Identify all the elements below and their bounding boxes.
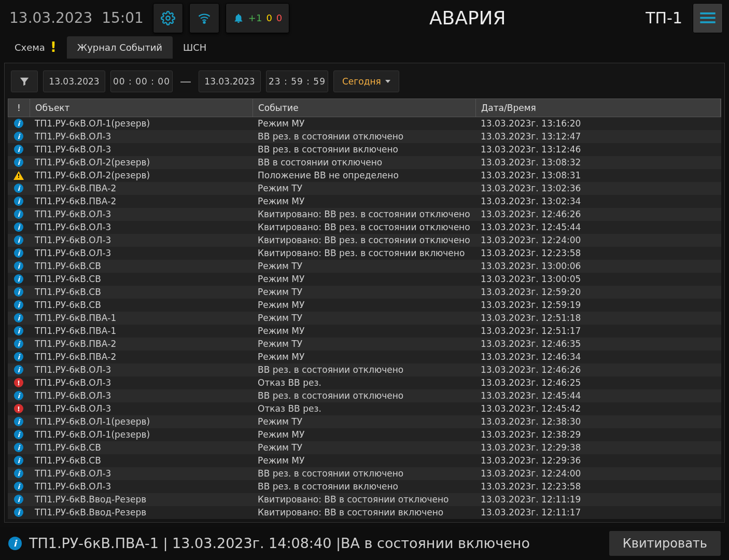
table-row[interactable]: ТП1.РУ-6кВ.ОЛ-3Квитировано: ВВ рез. в со… (8, 208, 721, 221)
wifi-button[interactable] (189, 3, 219, 33)
table-row[interactable]: ТП1.РУ-6кВ.ОЛ-2(резерв)Положение ВВ не о… (8, 169, 721, 182)
table-row[interactable]: ТП1.РУ-6кВ.ОЛ-3Отказ ВВ рез.13.03.2023г.… (8, 402, 721, 415)
table-row[interactable]: ТП1.РУ-6кВ.Ввод-РезервКвитировано: ВВ в … (8, 493, 721, 506)
tab-shsn[interactable]: ШСН (173, 36, 217, 59)
table-body[interactable]: ТП1.РУ-6кВ.ОЛ-1(резерв)Режим МУ13.03.202… (8, 117, 721, 519)
info-icon (14, 365, 23, 374)
table-row[interactable]: ТП1.РУ-6кВ.СВРежим МУ13.03.2023г. 12:59:… (8, 299, 721, 312)
table-row[interactable]: ТП1.РУ-6кВ.ОЛ-3ВВ рез. в состоянии включ… (8, 480, 721, 493)
cell-severity (8, 261, 30, 271)
th-severity[interactable]: ! (8, 99, 30, 117)
cell-severity (8, 287, 30, 297)
info-icon (14, 443, 23, 452)
info-icon (14, 158, 23, 167)
cell-object: ТП1.РУ-6кВ.СВ (30, 455, 253, 466)
cell-datetime: 13.03.2023г. 13:08:32 (475, 157, 721, 167)
ack-button-label: Квитировать (623, 536, 707, 551)
cell-severity (8, 404, 30, 413)
table-row[interactable]: ТП1.РУ-6кВ.ОЛ-3ВВ рез. в состоянии отклю… (8, 363, 721, 376)
cell-severity (8, 352, 30, 361)
info-icon (14, 339, 23, 348)
svg-rect-4 (700, 21, 715, 23)
table-row[interactable]: ТП1.РУ-6кВ.ОЛ-3ВВ рез. в состоянии отклю… (8, 467, 721, 480)
notif-count-warn: 0 (266, 12, 272, 23)
cell-object: ТП1.РУ-6кВ.ОЛ-3 (30, 468, 253, 479)
cell-object: ТП1.РУ-6кВ.ОЛ-1(резерв) (30, 118, 253, 129)
cell-severity (8, 391, 30, 400)
time-to-input[interactable]: 23 : 59 : 59 (266, 71, 328, 92)
table-row[interactable]: ТП1.РУ-6кВ.ОЛ-3ВВ рез. в состоянии отклю… (8, 389, 721, 402)
table-row[interactable]: ТП1.РУ-6кВ.ПВА-2Режим МУ13.03.2023г. 12:… (8, 351, 721, 363)
table-row[interactable]: ТП1.РУ-6кВ.СВРежим ТУ13.03.2023г. 13:00:… (8, 260, 721, 273)
table-row[interactable]: ТП1.РУ-6кВ.ОЛ-1(резерв)Режим ТУ13.03.202… (8, 415, 721, 428)
today-dropdown[interactable]: Сегодня (333, 71, 399, 92)
table-row[interactable]: ТП1.РУ-6кВ.ОЛ-3Квитировано: ВВ рез. в со… (8, 234, 721, 247)
cell-datetime: 13.03.2023г. 13:08:31 (475, 170, 721, 180)
cell-event: Режим ТУ (253, 339, 475, 349)
table-row[interactable]: ТП1.РУ-6кВ.ПВА-2Режим ТУ13.03.2023г. 13:… (8, 182, 721, 195)
cell-event: ВВ рез. в состоянии отключено (253, 468, 475, 479)
cell-datetime: 13.03.2023г. 12:46:25 (475, 377, 721, 388)
tab-journal[interactable]: Журнал Событий (67, 36, 173, 59)
table-row[interactable]: ТП1.РУ-6кВ.ОЛ-3Квитировано: ВВ рез. в со… (8, 247, 721, 260)
notifications-button[interactable]: +1 0 0 (226, 3, 289, 33)
info-icon (14, 482, 23, 491)
table-row[interactable]: ТП1.РУ-6кВ.ОЛ-3ВВ рез. в состоянии включ… (8, 143, 721, 156)
cell-datetime: 13.03.2023г. 13:12:46 (475, 144, 721, 155)
cell-object: ТП1.РУ-6кВ.ОЛ-2(резерв) (30, 157, 253, 167)
cell-datetime: 13.03.2023г. 12:46:26 (475, 365, 721, 375)
info-icon (14, 119, 23, 128)
cell-severity (8, 508, 30, 517)
alert-icon: ! (50, 39, 57, 55)
cell-severity (8, 197, 30, 206)
cell-event: Режим ТУ (253, 313, 475, 323)
cell-severity (8, 300, 30, 310)
table-row[interactable]: ТП1.РУ-6кВ.ОЛ-1(резерв)Режим МУ13.03.202… (8, 428, 721, 441)
tab-schema[interactable]: Схема ! (4, 36, 67, 59)
settings-button[interactable] (153, 3, 183, 33)
cell-datetime: 13.03.2023г. 13:16:20 (475, 118, 721, 129)
th-datetime[interactable]: Дата/Время (476, 99, 721, 117)
info-icon (14, 235, 23, 245)
filter-button[interactable] (11, 71, 38, 92)
cell-object: ТП1.РУ-6кВ.Ввод-Резерв (30, 494, 253, 505)
cell-event: Режим МУ (253, 274, 475, 284)
table-row[interactable]: ТП1.РУ-6кВ.ПВА-1Режим ТУ13.03.2023г. 12:… (8, 312, 721, 325)
cell-event: Квитировано: ВВ рез. в состоянии отключе… (253, 222, 475, 232)
table-row[interactable]: ТП1.РУ-6кВ.ОЛ-1(резерв)Режим МУ13.03.202… (8, 117, 721, 130)
cell-severity (8, 274, 30, 284)
table-row[interactable]: ТП1.РУ-6кВ.СВРежим ТУ13.03.2023г. 12:29:… (8, 441, 721, 454)
table-row[interactable]: ТП1.РУ-6кВ.ОЛ-3Отказ ВВ рез.13.03.2023г.… (8, 376, 721, 389)
info-icon (14, 209, 23, 219)
table-row[interactable]: ТП1.РУ-6кВ.СВРежим МУ13.03.2023г. 12:29:… (8, 454, 721, 467)
table-row[interactable]: ТП1.РУ-6кВ.СВРежим МУ13.03.2023г. 13:00:… (8, 273, 721, 286)
cell-event: Режим ТУ (253, 183, 475, 193)
cell-object: ТП1.РУ-6кВ.ОЛ-3 (30, 390, 253, 401)
cell-event: Режим МУ (253, 429, 475, 440)
header-time: 15:01 (102, 9, 144, 26)
menu-button[interactable] (693, 3, 723, 33)
ack-button[interactable]: Квитировать (609, 531, 721, 556)
table-row[interactable]: ТП1.РУ-6кВ.СВРежим ТУ13.03.2023г. 12:59:… (8, 286, 721, 299)
table-row[interactable]: ТП1.РУ-6кВ.Ввод-РезервКвитировано: ВВ в … (8, 506, 721, 519)
today-label: Сегодня (342, 76, 381, 87)
date-from-input[interactable]: 13.03.2023 (43, 71, 105, 92)
app-root: 13.03.2023 15:01 +1 0 0 АВАРИЯ ТП (0, 0, 729, 560)
cell-event: Положение ВВ не определено (253, 170, 475, 180)
th-object[interactable]: Объект (30, 99, 253, 117)
table-row[interactable]: ТП1.РУ-6кВ.ОЛ-3ВВ рез. в состоянии отклю… (8, 130, 721, 143)
table-row[interactable]: ТП1.РУ-6кВ.ПВА-2Режим ТУ13.03.2023г. 12:… (8, 338, 721, 351)
th-event[interactable]: Событие (253, 99, 476, 117)
table-row[interactable]: ТП1.РУ-6кВ.ПВА-2Режим МУ13.03.2023г. 13:… (8, 195, 721, 208)
table-row[interactable]: ТП1.РУ-6кВ.ОЛ-2(резерв)ВВ в состоянии от… (8, 156, 721, 169)
cell-event: Режим МУ (253, 455, 475, 466)
info-icon (14, 456, 23, 465)
cell-severity (8, 339, 30, 348)
cell-datetime: 13.03.2023г. 12:45:44 (475, 390, 721, 401)
time-from-input[interactable]: 00 : 00 : 00 (110, 71, 173, 92)
table-row[interactable]: ТП1.РУ-6кВ.ПВА-1Режим МУ13.03.2023г. 12:… (8, 325, 721, 338)
cell-object: ТП1.РУ-6кВ.ОЛ-3 (30, 377, 253, 388)
date-to-input[interactable]: 13.03.2023 (199, 71, 261, 92)
table-row[interactable]: ТП1.РУ-6кВ.ОЛ-3Квитировано: ВВ рез. в со… (8, 221, 721, 234)
cell-event: Режим МУ (253, 352, 475, 362)
